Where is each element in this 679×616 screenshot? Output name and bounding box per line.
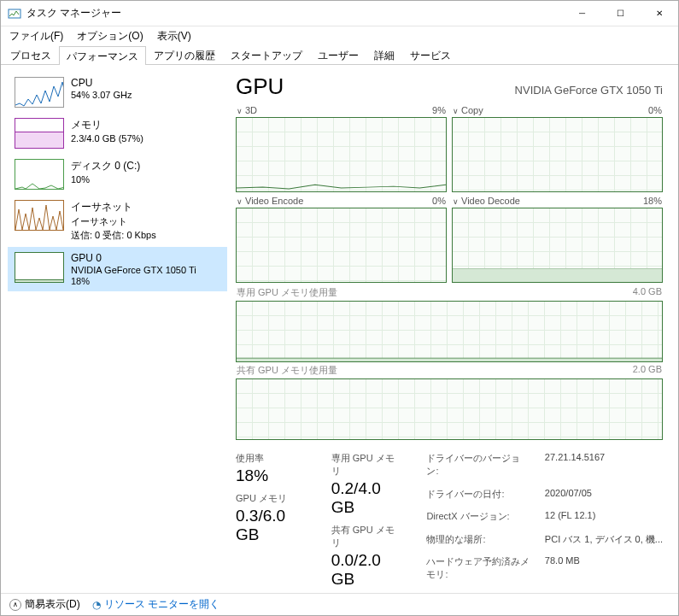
driver-date-value: 2020/07/05 xyxy=(545,488,663,508)
location-value: PCI バス 1, デバイス 0, 機... xyxy=(545,533,663,554)
stat-gpumem: GPU メモリ 0.3/6.0 GB xyxy=(236,492,307,544)
chart-shared-graph xyxy=(236,378,663,440)
tab-details[interactable]: 詳細 xyxy=(366,45,402,64)
usage-value: 18% xyxy=(236,466,307,485)
stat-dedicated: 専用 GPU メモリ 0.2/4.0 GB xyxy=(331,452,403,517)
chart-encode-label: Video Encode xyxy=(245,196,303,206)
gpu-detail1: NVIDIA GeForce GTX 1050 Ti xyxy=(71,265,196,275)
disk-detail: 10% xyxy=(71,174,140,185)
tab-performance[interactable]: パフォーマンス xyxy=(59,46,146,65)
menu-file[interactable]: ファイル(F) xyxy=(4,27,68,45)
tab-startup[interactable]: スタートアップ xyxy=(223,45,310,64)
maximize-button[interactable]: ☐ xyxy=(601,1,640,26)
chart-3d[interactable]: ∨3D9% xyxy=(236,103,447,192)
dedicated-stat-label: 専用 GPU メモリ xyxy=(331,452,403,478)
chart-dedicated-graph xyxy=(236,301,663,362)
stats-left: 使用率 18% GPU メモリ 0.3/6.0 GB xyxy=(236,452,307,589)
menu-options[interactable]: オプション(O) xyxy=(72,27,148,45)
ethernet-name: イーサネット xyxy=(71,200,156,214)
ethernet-thumb xyxy=(15,200,64,231)
disk-text: ディスク 0 (C:) 10% xyxy=(71,159,140,185)
collapse-button[interactable]: ∧ 簡易表示(D) xyxy=(9,597,80,612)
titlebar: タスク マネージャー ─ ☐ ✕ xyxy=(1,1,678,26)
gpu-name: GPU 0 xyxy=(71,252,196,264)
close-button[interactable]: ✕ xyxy=(640,1,678,26)
resmon-label: リソース モニターを開く xyxy=(104,597,220,612)
content: CPU 54% 3.07 GHz メモリ 2.3/4.0 GB (57%) ディ… xyxy=(1,65,678,593)
minimize-button[interactable]: ─ xyxy=(563,1,601,26)
gpu-text: GPU 0 NVIDIA GeForce GTX 1050 Ti 18% xyxy=(71,252,196,286)
gpumem-label: GPU メモリ xyxy=(236,492,307,505)
cpu-name: CPU xyxy=(71,77,132,89)
location-label: 物理的な場所: xyxy=(426,533,530,554)
sidebar-item-gpu[interactable]: GPU 0 NVIDIA GeForce GTX 1050 Ti 18% xyxy=(8,247,227,291)
page-title: GPU xyxy=(236,73,284,100)
menubar: ファイル(F) オプション(O) 表示(V) xyxy=(1,26,678,45)
svg-rect-1 xyxy=(453,268,662,282)
tab-processes[interactable]: プロセス xyxy=(3,45,59,64)
driver-date-label: ドライバーの日付: xyxy=(426,488,530,508)
chart-copy-graph xyxy=(452,117,663,192)
statusbar: ∧ 簡易表示(D) ◔ リソース モニターを開く xyxy=(1,593,678,615)
chart-copy[interactable]: ∨Copy0% xyxy=(452,103,663,192)
chart-decode-value: 18% xyxy=(643,196,662,206)
cpu-text: CPU 54% 3.07 GHz xyxy=(71,77,132,100)
chart-copy-label: Copy xyxy=(461,105,483,115)
chevron-down-icon: ∨ xyxy=(453,197,459,206)
cpu-detail: 54% 3.07 GHz xyxy=(71,90,132,100)
svg-rect-2 xyxy=(237,358,662,361)
collapse-label: 簡易表示(D) xyxy=(25,597,80,612)
chart-decode-graph xyxy=(452,208,663,283)
memory-name: メモリ xyxy=(71,118,143,132)
driver-ver-value: 27.21.14.5167 xyxy=(545,452,663,485)
disk-name: ディスク 0 (C:) xyxy=(71,159,140,173)
shared-stat-label: 共有 GPU メモリ xyxy=(331,524,403,549)
shared-stat-value: 0.0/2.0 GB xyxy=(331,551,403,589)
chart-3d-value: 9% xyxy=(432,105,446,115)
resmon-link[interactable]: ◔ リソース モニターを開く xyxy=(92,597,220,612)
window-buttons: ─ ☐ ✕ xyxy=(563,1,678,26)
window-title: タスク マネージャー xyxy=(26,6,563,21)
sidebar-item-cpu[interactable]: CPU 54% 3.07 GHz xyxy=(8,72,227,113)
usage-label: 使用率 xyxy=(236,452,307,465)
chevron-down-icon: ∨ xyxy=(453,107,459,115)
chart-decode-label: Video Decode xyxy=(461,196,520,206)
sidebar-item-disk[interactable]: ディスク 0 (C:) 10% xyxy=(8,154,227,195)
resmon-icon: ◔ xyxy=(92,599,101,611)
reserved-label: ハードウェア予約済みメモリ: xyxy=(426,555,530,589)
stat-shared: 共有 GPU メモリ 0.0/2.0 GB xyxy=(331,524,403,589)
reserved-value: 78.0 MB xyxy=(545,555,663,589)
menu-view[interactable]: 表示(V) xyxy=(152,27,196,45)
tabbar: プロセス パフォーマンス アプリの履歴 スタートアップ ユーザー 詳細 サービス xyxy=(1,45,678,65)
directx-label: DirectX バージョン: xyxy=(426,510,530,531)
chart-encode[interactable]: ∨Video Encode0% xyxy=(236,194,447,283)
chart-decode[interactable]: ∨Video Decode18% xyxy=(452,194,663,283)
chevron-down-icon: ∨ xyxy=(237,197,243,206)
shared-max: 2.0 GB xyxy=(633,364,662,377)
chevron-up-icon: ∧ xyxy=(9,599,21,611)
ethernet-detail1: イーサネット xyxy=(71,215,156,228)
dedicated-max: 4.0 GB xyxy=(633,286,662,299)
page-subtitle: NVIDIA GeForce GTX 1050 Ti xyxy=(515,84,663,97)
shared-label-row: 共有 GPU メモリ使用量 2.0 GB xyxy=(236,362,663,378)
sidebar-item-memory[interactable]: メモリ 2.3/4.0 GB (57%) xyxy=(8,113,227,154)
stat-usage: 使用率 18% xyxy=(236,452,307,485)
sidebar: CPU 54% 3.07 GHz メモリ 2.3/4.0 GB (57%) ディ… xyxy=(1,65,227,593)
chart-encode-value: 0% xyxy=(432,196,446,206)
tab-history[interactable]: アプリの履歴 xyxy=(146,45,223,64)
tab-users[interactable]: ユーザー xyxy=(310,45,366,64)
gpu-detail2: 18% xyxy=(71,276,196,286)
cpu-thumb xyxy=(15,77,64,108)
chart-row-1: ∨3D9% ∨Copy0% xyxy=(236,103,663,192)
sidebar-item-ethernet[interactable]: イーサネット イーサネット 送信: 0 受信: 0 Kbps xyxy=(8,195,227,247)
chart-row-2: ∨Video Encode0% ∨Video Decode18% xyxy=(236,194,663,283)
gpu-thumb xyxy=(15,252,64,283)
info-grid: ドライバーのバージョン:27.21.14.5167 ドライバーの日付:2020/… xyxy=(426,452,663,589)
tab-services[interactable]: サービス xyxy=(402,45,459,64)
disk-thumb xyxy=(15,159,64,190)
chevron-down-icon: ∨ xyxy=(237,107,243,115)
main-heading: GPU NVIDIA GeForce GTX 1050 Ti xyxy=(236,73,663,100)
memory-thumb xyxy=(15,118,64,149)
driver-ver-label: ドライバーのバージョン: xyxy=(426,452,530,485)
stats-mid: 専用 GPU メモリ 0.2/4.0 GB 共有 GPU メモリ 0.0/2.0… xyxy=(331,452,403,589)
